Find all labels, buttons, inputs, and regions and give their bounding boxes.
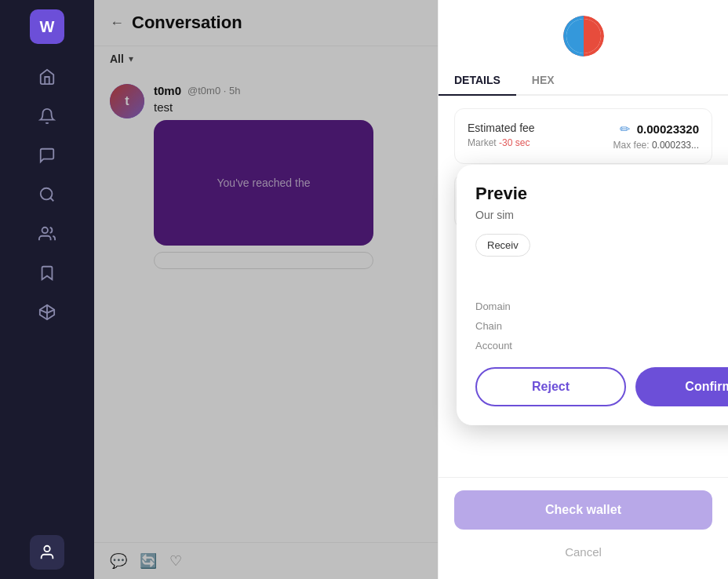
svg-point-2 [42, 228, 48, 233]
fee-meta: Market -30 sec [468, 137, 535, 148]
sidebar-logo[interactable]: W [30, 9, 64, 44]
preview-title-text: Previe [475, 184, 527, 203]
cancel-wallet-button[interactable]: Cancel [454, 537, 712, 566]
domain-label: Domain [475, 300, 728, 312]
preview-field-domain: Domain [475, 300, 728, 312]
logo-letter: W [40, 18, 55, 36]
sidebar-item-profile[interactable] [30, 535, 64, 570]
preview-actions: Reject Confirm [475, 367, 728, 406]
market-label: Market [468, 137, 497, 148]
tab-hex[interactable]: HEX [516, 66, 570, 96]
sidebar-item-search[interactable] [30, 177, 64, 212]
max-fee-label: Max fee: [613, 140, 650, 151]
sidebar: W [0, 0, 94, 579]
fee-max-row: Max fee: 0.000233... [613, 140, 699, 151]
sidebar-item-notifications[interactable] [30, 99, 64, 133]
svg-line-1 [50, 198, 53, 201]
account-label: Account [475, 340, 728, 351]
reject-button[interactable]: Reject [475, 367, 626, 406]
sidebar-bottom [30, 535, 64, 570]
fee-left: Estimated fee Market -30 sec [468, 122, 535, 148]
preview-modal: Previe Our sim Receiv Domain Chain Accou… [457, 165, 728, 425]
chain-label: Chain [475, 320, 728, 332]
svg-point-5 [44, 546, 49, 552]
svg-point-0 [41, 188, 53, 200]
sidebar-item-bookmarks[interactable] [30, 256, 64, 290]
max-fee-value: 0.000233... [652, 140, 699, 151]
check-wallet-button[interactable]: Check wallet [454, 490, 712, 530]
sidebar-item-people[interactable] [30, 217, 64, 251]
preview-modal-title: Previe [475, 184, 728, 204]
preview-field-account: Account [475, 340, 728, 351]
fee-label: Estimated fee [468, 122, 535, 134]
wallet-tabs: DETAILS HEX [439, 66, 728, 96]
sidebar-item-diamond[interactable] [30, 295, 64, 330]
fee-main-value: 0.00023320 [637, 122, 699, 136]
confirm-button[interactable]: Confirm [635, 367, 728, 406]
wallet-logo [563, 16, 604, 56]
time-label: -30 sec [499, 137, 530, 148]
sidebar-item-messages[interactable] [30, 138, 64, 173]
sidebar-nav [0, 60, 94, 330]
tab-details[interactable]: DETAILS [439, 66, 516, 96]
wallet-logo-icon [563, 16, 604, 56]
fee-value: ✏ 0.00023320 Max fee: 0.000233... [613, 122, 699, 151]
preview-modal-subtitle: Our sim [475, 209, 728, 221]
sidebar-item-home[interactable] [30, 60, 64, 94]
preview-tab[interactable]: Receiv [475, 234, 530, 257]
fee-edit-icon[interactable]: ✏ [620, 122, 630, 136]
wallet-bottom: Check wallet Cancel [439, 477, 728, 579]
app-container: W [0, 0, 728, 579]
fee-card-row: Estimated fee Market -30 sec ✏ 0.0002332… [468, 122, 699, 151]
fee-card: Estimated fee Market -30 sec ✏ 0.0002332… [454, 108, 712, 164]
preview-field-chain: Chain [475, 320, 728, 332]
wallet-header [439, 0, 728, 56]
